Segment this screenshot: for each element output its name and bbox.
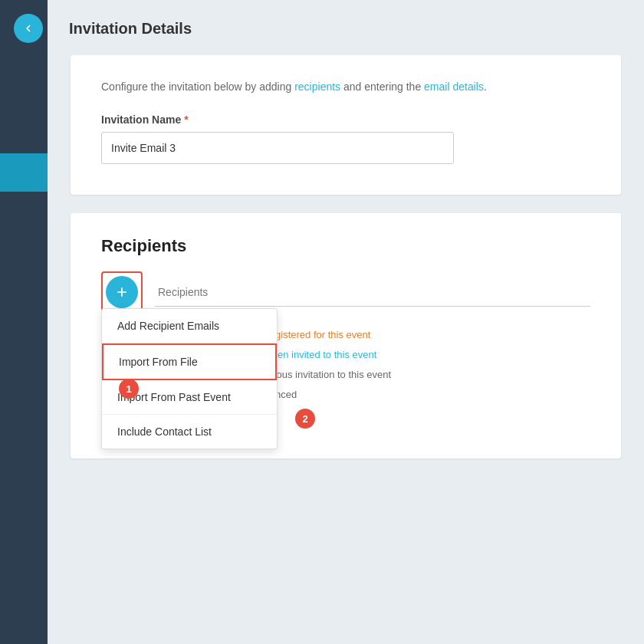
dropdown-item-add-emails[interactable]: Add Recipient Emails — [102, 309, 277, 343]
invitation-name-label: Invitation Name * — [101, 113, 590, 126]
back-button[interactable] — [14, 14, 43, 43]
sidebar-accent — [0, 153, 48, 192]
card-description: Configure the invitation below by adding… — [101, 78, 590, 95]
plus-box-highlight — [101, 271, 143, 313]
back-arrow-icon — [21, 21, 35, 35]
sidebar — [0, 0, 48, 644]
add-recipients-button[interactable] — [106, 276, 138, 308]
plus-icon — [114, 284, 130, 300]
badge-2: 2 — [295, 409, 315, 429]
invitation-name-input[interactable] — [101, 132, 454, 164]
dropdown-item-contact-list[interactable]: Include Contact List — [102, 415, 277, 449]
badge-1: 1 — [119, 379, 139, 399]
recipients-row: Add Recipient Emails Import From File Im… — [101, 271, 590, 313]
add-dropdown-area: Add Recipient Emails Import From File Im… — [101, 271, 143, 313]
recipients-search-input[interactable] — [155, 278, 590, 307]
email-details-highlight: email details — [424, 80, 484, 93]
recipients-highlight: recipients — [294, 80, 340, 93]
main-content: Configure the invitation below by adding… — [48, 0, 644, 644]
recipients-card: Recipients Add Recipient Emails Import F… — [71, 213, 621, 458]
recipients-title: Recipients — [101, 236, 590, 256]
dropdown-item-import-file[interactable]: Import From File — [102, 343, 277, 380]
invitation-details-card: Configure the invitation below by adding… — [71, 55, 621, 195]
